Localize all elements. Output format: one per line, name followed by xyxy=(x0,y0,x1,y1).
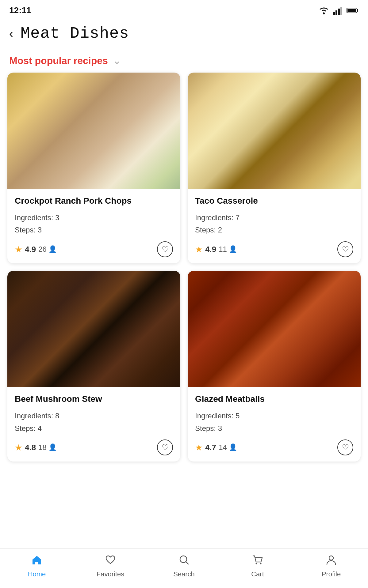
nav-item-profile[interactable]: Profile xyxy=(294,554,368,578)
nav-item-home[interactable]: Home xyxy=(0,554,74,578)
recipe-info-pork-chops: Crockpot Ranch Pork Chops Ingredients: 3… xyxy=(7,189,180,263)
star-icon: ★ xyxy=(15,443,22,453)
recipe-name: Beef Mushroom Stew xyxy=(15,394,173,404)
nav-item-search[interactable]: Search xyxy=(147,554,221,578)
svg-rect-3 xyxy=(338,9,340,15)
nav-item-cart[interactable]: Cart xyxy=(221,554,294,578)
recipe-card-meatballs[interactable]: Glazed Meatballs Ingredients: 5Steps: 3 … xyxy=(188,271,361,462)
recipe-grid: Crockpot Ranch Pork Chops Ingredients: 3… xyxy=(0,73,368,471)
status-bar: 12:11 xyxy=(0,0,368,18)
recipe-image-taco-casserole xyxy=(188,73,361,189)
favorite-button[interactable]: ♡ xyxy=(157,241,173,257)
recipe-rating: ★ 4.9 26 👤 xyxy=(15,244,57,254)
recipe-card-pork-chops[interactable]: Crockpot Ranch Pork Chops Ingredients: 3… xyxy=(7,73,180,263)
recipe-rating: ★ 4.9 11 👤 xyxy=(195,244,237,254)
recipe-image-beef-mushroom xyxy=(7,271,180,387)
person-icon: 👤 xyxy=(229,245,237,253)
recipe-info-meatballs: Glazed Meatballs Ingredients: 5Steps: 3 … xyxy=(188,387,361,462)
recipe-name: Glazed Meatballs xyxy=(195,394,353,404)
recipe-meta: Ingredients: 7Steps: 2 xyxy=(195,212,353,237)
profile-icon xyxy=(325,554,337,568)
nav-label-favorites: Favorites xyxy=(97,570,124,578)
svg-rect-2 xyxy=(335,10,337,15)
recipe-card-taco-casserole[interactable]: Taco Casserole Ingredients: 7Steps: 2 ★ … xyxy=(188,73,361,263)
review-count: 11 👤 xyxy=(219,245,237,254)
recipe-rating: ★ 4.7 14 👤 xyxy=(195,443,237,453)
svg-rect-6 xyxy=(357,9,358,12)
svg-rect-7 xyxy=(347,9,356,12)
favorite-button[interactable]: ♡ xyxy=(337,439,353,455)
chevron-down-icon[interactable]: ⌄ xyxy=(113,55,121,66)
recipe-name: Crockpot Ranch Pork Chops xyxy=(15,196,173,206)
section-filter[interactable]: Most popular recipes ⌄ xyxy=(0,46,368,73)
nav-label-cart: Cart xyxy=(251,570,264,578)
star-icon: ★ xyxy=(195,443,203,453)
svg-point-12 xyxy=(329,556,333,560)
signal-icon xyxy=(333,6,343,15)
recipe-footer: ★ 4.8 18 👤 ♡ xyxy=(15,439,173,455)
rating-value: 4.7 xyxy=(205,443,216,452)
rating-value: 4.9 xyxy=(205,245,216,254)
page-title: Meat Dishes xyxy=(21,24,129,43)
favorite-button[interactable]: ♡ xyxy=(157,439,173,455)
recipe-meta: Ingredients: 3Steps: 3 xyxy=(15,212,173,237)
svg-rect-4 xyxy=(340,7,342,15)
recipe-rating: ★ 4.8 18 👤 xyxy=(15,443,57,453)
recipe-footer: ★ 4.9 11 👤 ♡ xyxy=(195,241,353,257)
svg-point-11 xyxy=(260,563,262,564)
review-count: 26 👤 xyxy=(38,245,57,254)
favorite-button[interactable]: ♡ xyxy=(337,241,353,257)
person-icon: 👤 xyxy=(229,443,237,451)
star-icon: ★ xyxy=(15,244,22,254)
recipe-image-pork-chops xyxy=(7,73,180,189)
cart-icon xyxy=(252,554,263,568)
header: ‹ Meat Dishes xyxy=(0,18,368,46)
wifi-icon xyxy=(318,6,329,15)
star-icon: ★ xyxy=(195,244,203,254)
recipe-name: Taco Casserole xyxy=(195,196,353,206)
svg-line-9 xyxy=(186,562,188,564)
recipe-info-taco-casserole: Taco Casserole Ingredients: 7Steps: 2 ★ … xyxy=(188,189,361,263)
rating-value: 4.9 xyxy=(25,245,36,254)
bottom-nav: Home Favorites Search Cart xyxy=(0,548,368,588)
back-button[interactable]: ‹ xyxy=(9,28,13,40)
nav-label-home: Home xyxy=(28,570,46,578)
recipe-info-beef-mushroom: Beef Mushroom Stew Ingredients: 8Steps: … xyxy=(7,387,180,462)
svg-point-0 xyxy=(323,13,325,14)
svg-rect-1 xyxy=(333,12,335,15)
person-icon: 👤 xyxy=(48,245,57,253)
status-icons xyxy=(318,6,359,15)
review-count: 14 👤 xyxy=(219,443,237,452)
person-icon: 👤 xyxy=(48,443,57,451)
review-count: 18 👤 xyxy=(38,443,57,452)
recipe-footer: ★ 4.9 26 👤 ♡ xyxy=(15,241,173,257)
home-icon xyxy=(31,554,43,568)
nav-item-favorites[interactable]: Favorites xyxy=(74,554,147,578)
nav-label-search: Search xyxy=(173,570,195,578)
recipe-meta: Ingredients: 8Steps: 4 xyxy=(15,410,173,435)
filter-label: Most popular recipes xyxy=(9,55,108,66)
svg-point-10 xyxy=(256,563,257,564)
status-time: 12:11 xyxy=(9,6,31,15)
nav-label-profile: Profile xyxy=(322,570,341,578)
recipe-footer: ★ 4.7 14 👤 ♡ xyxy=(195,439,353,455)
recipe-card-beef-mushroom[interactable]: Beef Mushroom Stew Ingredients: 8Steps: … xyxy=(7,271,180,462)
recipe-image-meatballs xyxy=(188,271,361,387)
battery-icon xyxy=(347,7,359,14)
recipe-meta: Ingredients: 5Steps: 3 xyxy=(195,410,353,435)
heart-icon xyxy=(105,554,116,568)
search-icon xyxy=(178,554,190,568)
rating-value: 4.8 xyxy=(25,443,36,452)
